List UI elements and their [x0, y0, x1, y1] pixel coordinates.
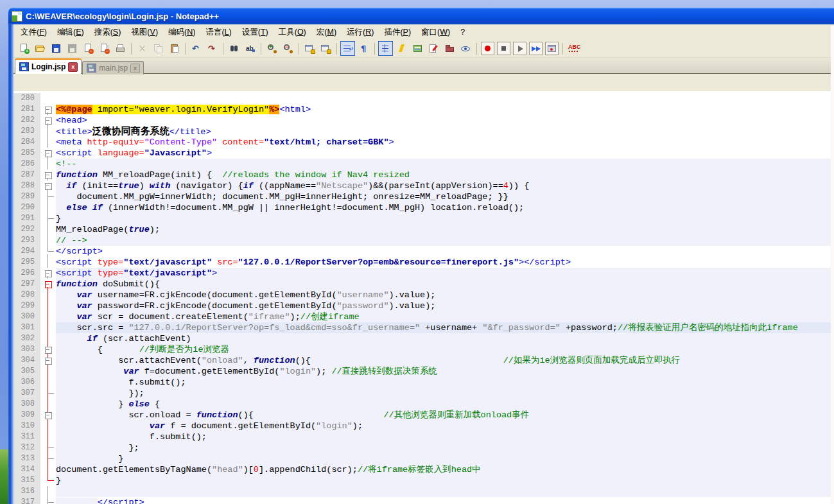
- code-text[interactable]: var f=document.getElementById("login"); …: [56, 366, 834, 377]
- line-number[interactable]: 297: [13, 279, 40, 290]
- menu-item[interactable]: 运行(R): [342, 25, 379, 40]
- code-text[interactable]: <meta http-equiv="Content-Type" content=…: [56, 137, 834, 148]
- code-text[interactable]: if (scr.attachEvent): [56, 333, 834, 344]
- line-number[interactable]: 307: [13, 388, 40, 399]
- find-button[interactable]: [227, 41, 241, 56]
- fold-margin[interactable]: [40, 344, 56, 355]
- code-text[interactable]: <script type="text/javascript" src="127.…: [56, 257, 834, 268]
- code-text[interactable]: }: [56, 213, 834, 224]
- code-text[interactable]: scr.onload = function(){ //其他浏览器则重新加载onl…: [56, 410, 834, 421]
- line-number[interactable]: 309: [13, 410, 40, 421]
- undo-button[interactable]: [189, 41, 204, 56]
- code-text[interactable]: if (init==true) with (navigator) {if ((a…: [56, 180, 834, 191]
- line-number[interactable]: 292: [13, 224, 40, 235]
- menu-item[interactable]: 窗口(W): [416, 25, 455, 40]
- word-wrap-button[interactable]: [340, 41, 355, 56]
- function-completion-button[interactable]: [394, 41, 409, 56]
- line-number[interactable]: 290: [13, 202, 40, 213]
- code-text[interactable]: document.MM_pgW=innerWidth; document.MM_…: [56, 191, 834, 202]
- indent-guide-button[interactable]: [378, 41, 393, 56]
- line-number[interactable]: 304: [13, 355, 40, 366]
- sync-scroll-horizontal-button[interactable]: [318, 41, 333, 56]
- edit-marker-button[interactable]: [426, 41, 441, 56]
- code-text[interactable]: }: [56, 475, 834, 486]
- line-number[interactable]: 296: [13, 268, 40, 279]
- macro-run-multiple-button[interactable]: [529, 42, 543, 55]
- macro-play-button[interactable]: [513, 42, 526, 55]
- line-number[interactable]: 299: [13, 300, 40, 311]
- code-text[interactable]: var f = document.getElementById("login")…: [56, 421, 834, 431]
- line-number[interactable]: 313: [13, 453, 40, 464]
- menu-item[interactable]: ?: [455, 26, 470, 39]
- line-number[interactable]: 284: [13, 137, 40, 148]
- menu-item[interactable]: 搜索(S): [89, 25, 126, 40]
- code-text[interactable]: };: [56, 442, 834, 453]
- title-bar[interactable]: C:\WEAVER\ecology\login\Login.jsp - Note…: [8, 8, 834, 24]
- line-number[interactable]: 316: [13, 486, 40, 497]
- code-text[interactable]: </script>: [56, 497, 834, 504]
- line-number[interactable]: 293: [13, 235, 40, 246]
- menu-item[interactable]: 插件(P): [379, 25, 416, 40]
- code-text[interactable]: var scr = document.createElement("iframe…: [56, 311, 834, 322]
- line-number[interactable]: 317: [13, 497, 40, 504]
- fold-margin[interactable]: [40, 268, 56, 279]
- tab-close-icon[interactable]: x: [130, 64, 140, 73]
- editor[interactable]: 280281<%@page import="weaver.login.Verif…: [13, 91, 834, 504]
- project-folder-button[interactable]: [442, 41, 457, 56]
- tab-main-jsp[interactable]: main.jspx: [82, 61, 144, 74]
- menu-item[interactable]: 语言(L): [200, 25, 236, 40]
- line-number[interactable]: 281: [13, 104, 40, 115]
- code-text[interactable]: });: [56, 388, 834, 399]
- code-text[interactable]: else if (innerWidth!=document.MM_pgW || …: [56, 202, 834, 213]
- menu-item[interactable]: 设置(T): [237, 25, 274, 40]
- fold-margin[interactable]: [40, 180, 56, 191]
- code-text[interactable]: [56, 93, 834, 104]
- code-text[interactable]: function doSubmit(){: [56, 279, 834, 290]
- zoom-in-button[interactable]: [265, 41, 279, 56]
- line-number[interactable]: 310: [13, 421, 40, 431]
- macro-save-button[interactable]: [545, 42, 559, 55]
- fold-margin[interactable]: [40, 148, 56, 159]
- menu-item[interactable]: 宏(M): [311, 25, 342, 40]
- menu-item[interactable]: 编码(N): [163, 25, 200, 40]
- menu-item[interactable]: 编辑(E): [52, 25, 89, 40]
- line-number[interactable]: 286: [13, 159, 40, 169]
- save-file-button[interactable]: [49, 41, 64, 56]
- sync-scroll-vertical-button[interactable]: [302, 41, 317, 56]
- code-text[interactable]: // -->: [56, 235, 834, 246]
- code-text[interactable]: document.getElementsByTagName("head")[0]…: [56, 464, 834, 475]
- line-number[interactable]: 294: [13, 246, 40, 257]
- line-number[interactable]: 295: [13, 257, 40, 268]
- fold-margin[interactable]: [40, 279, 56, 290]
- line-number[interactable]: 314: [13, 464, 40, 475]
- line-number[interactable]: 298: [13, 290, 40, 300]
- line-number[interactable]: 283: [13, 126, 40, 137]
- replace-button[interactable]: [243, 41, 257, 56]
- code-text[interactable]: scr.src = "127.0.0.1/ReportServer?op=fs_…: [56, 322, 834, 333]
- document-monitor-button[interactable]: [458, 41, 473, 56]
- line-number[interactable]: 282: [13, 115, 40, 126]
- code-text[interactable]: <!--: [56, 159, 834, 169]
- paste-button[interactable]: [167, 41, 182, 56]
- code-text[interactable]: <script language="Javascript">: [56, 148, 834, 159]
- menu-item[interactable]: 工具(O): [274, 25, 311, 40]
- tab-login-jsp[interactable]: Login.jspx: [15, 58, 82, 74]
- code-text[interactable]: MM_reloadPage(true);: [56, 224, 834, 235]
- line-number[interactable]: 289: [13, 191, 40, 202]
- line-number[interactable]: 300: [13, 311, 40, 322]
- zoom-out-button[interactable]: [281, 41, 295, 56]
- fold-margin[interactable]: [40, 169, 56, 180]
- new-file-button[interactable]: [17, 41, 31, 56]
- code-text[interactable]: f.submit();: [56, 431, 834, 442]
- line-number[interactable]: 291: [13, 213, 40, 224]
- code-text[interactable]: <script type="text/javascript">: [56, 268, 834, 279]
- open-file-button[interactable]: [33, 41, 48, 56]
- code-text[interactable]: } else {: [56, 399, 834, 410]
- code-text[interactable]: [56, 486, 834, 497]
- code-text[interactable]: function MM_reloadPage(init) { //reloads…: [56, 169, 834, 180]
- code-text[interactable]: </script>: [56, 246, 834, 257]
- menu-item[interactable]: 视图(V): [126, 25, 163, 40]
- line-number[interactable]: 285: [13, 148, 40, 159]
- line-number[interactable]: 305: [13, 366, 40, 377]
- code-text[interactable]: <head>: [56, 115, 834, 126]
